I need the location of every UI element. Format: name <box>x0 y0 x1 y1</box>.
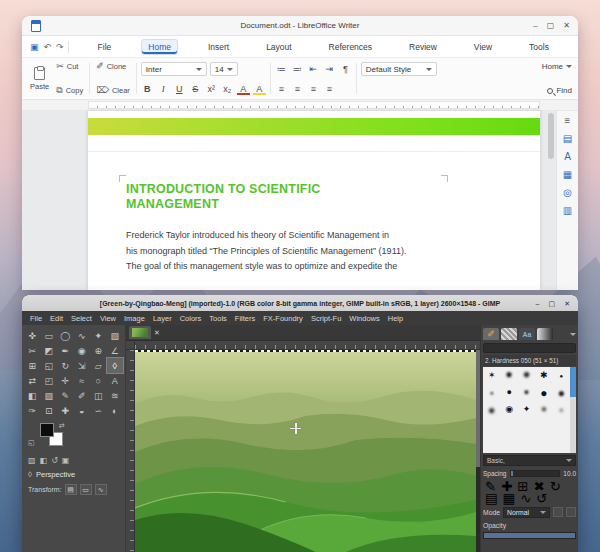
menu-item[interactable]: Colors <box>176 314 206 323</box>
scrollbar-thumb[interactable] <box>570 367 576 397</box>
transform-path-button[interactable]: ∿ <box>95 484 107 495</box>
copy-button[interactable]: ⧉ Copy <box>54 86 85 95</box>
writer-titlebar[interactable]: Document.odt - LibreOffice Writer – ▢ ✕ <box>22 16 578 36</box>
increase-indent-button[interactable]: ⇥ <box>323 62 336 75</box>
menu-item[interactable]: View <box>96 314 120 323</box>
highlight-color-button[interactable]: A <box>253 82 266 95</box>
font-name-combo[interactable]: Inter <box>141 62 207 76</box>
tool-color-picker[interactable]: ◉ <box>74 343 91 358</box>
brushes-tab[interactable]: ✐ <box>483 328 499 340</box>
tool-fuzzy-select[interactable]: ✦ <box>90 328 107 343</box>
brush-star-soft[interactable]: ✹ <box>505 371 513 380</box>
menu-item[interactable]: Script-Fu <box>307 314 345 323</box>
tool-scale[interactable]: ⇲ <box>74 358 91 373</box>
find-button[interactable]: Find <box>547 86 572 95</box>
maximize-icon[interactable]: ▢ <box>547 22 555 30</box>
tool-airbrush[interactable]: ≋ <box>107 388 124 403</box>
swap-colors-icon[interactable]: ⇄ <box>59 422 65 430</box>
close-image-icon[interactable]: ✕ <box>154 329 160 336</box>
paths-tab[interactable]: ∿ <box>520 491 531 506</box>
gradient-banner-shape[interactable] <box>88 118 540 135</box>
tool-dodge-burn[interactable]: ◐ <box>107 403 124 418</box>
numbered-list-button[interactable]: ≕ <box>291 62 304 75</box>
history-tab[interactable]: ↺ <box>536 491 547 506</box>
maximize-icon[interactable]: ▢ <box>549 300 556 307</box>
legacy-mode-toggle[interactable] <box>553 507 563 517</box>
menu-item[interactable]: Select <box>67 314 96 323</box>
brush-tag-filter[interactable]: Basic, <box>483 455 576 466</box>
subscript-button[interactable]: x₂ <box>221 82 234 95</box>
brush-dot-soft[interactable]: ● <box>490 390 494 396</box>
tool-eraser[interactable]: ◫ <box>90 388 107 403</box>
tool-scissors-select[interactable]: ✂ <box>24 343 41 358</box>
gallery-icon[interactable]: ▦ <box>563 170 572 180</box>
tool-smudge[interactable]: ∽ <box>90 403 107 418</box>
transform-selection-button[interactable]: ▭ <box>80 484 92 495</box>
tool-foreground-select[interactable]: ◩ <box>41 343 58 358</box>
canvas-image[interactable] <box>135 352 476 552</box>
styles-icon[interactable]: A <box>564 152 571 162</box>
image-tab[interactable] <box>129 326 151 339</box>
sidebar-settings-icon[interactable]: ≡ <box>565 116 571 126</box>
document-body[interactable]: Frederick Taylor introduced his theory o… <box>126 228 466 275</box>
navigator-icon[interactable]: ◎ <box>563 188 572 198</box>
close-icon[interactable]: ✕ <box>564 300 570 307</box>
tool-paintbrush[interactable]: ✐ <box>74 388 91 403</box>
italic-button[interactable]: I <box>157 82 170 95</box>
menu-item[interactable]: Tools <box>205 314 231 323</box>
tool-ellipse-select[interactable]: ◯ <box>57 328 74 343</box>
tool-cage-transform[interactable]: ○ <box>90 373 107 388</box>
brush-round-big[interactable]: ● <box>540 387 547 399</box>
default-colors-icon[interactable]: ◱ <box>28 439 35 447</box>
ribbon-tab[interactable]: Layout <box>259 39 299 55</box>
bullet-list-button[interactable]: ≔ <box>275 62 288 75</box>
font-color-button[interactable]: A <box>237 82 250 95</box>
paragraph-style-combo[interactable]: Default Style <box>361 62 437 76</box>
brush-star[interactable]: ✶ <box>488 371 496 380</box>
brush-round-big-soft[interactable]: ● <box>558 387 565 399</box>
brush-ring[interactable]: ◉ <box>505 405 513 414</box>
tool-rotate[interactable]: ↻ <box>57 358 74 373</box>
paste-button[interactable]: Paste <box>26 60 53 97</box>
images-tab[interactable]: ▣ <box>62 456 70 465</box>
tool-crop[interactable]: ◱ <box>41 358 58 373</box>
menu-item[interactable]: Layer <box>149 314 176 323</box>
brush-round-soft[interactable]: ● <box>524 388 529 397</box>
minimize-icon[interactable]: – <box>536 300 540 307</box>
menu-item[interactable]: Edit <box>46 314 67 323</box>
brush-filter-input[interactable] <box>483 343 576 353</box>
undo-history-tab[interactable]: ↺ <box>51 456 58 465</box>
mode-menu-button[interactable] <box>566 507 576 517</box>
opacity-slider[interactable] <box>483 532 576 539</box>
cut-button[interactable]: ✂ Cut <box>54 62 85 71</box>
tool-heal[interactable]: ✚ <box>57 403 74 418</box>
gimp-titlebar[interactable]: [Green-by-Qingbao-Meng] (imported)-1.0 (… <box>22 295 578 311</box>
tool-free-select[interactable]: ∿ <box>74 328 91 343</box>
align-right-button[interactable]: ≡ <box>307 82 320 95</box>
tool-options-tab[interactable]: ▧ <box>28 456 36 465</box>
vertical-scrollbar[interactable] <box>548 113 554 283</box>
layer-mode-combo[interactable]: Normal <box>503 507 550 518</box>
ribbon-tab[interactable]: Review <box>402 39 444 55</box>
brush-round[interactable]: ● <box>506 388 511 397</box>
tool-blur-sharpen[interactable]: ◒ <box>74 403 91 418</box>
ribbon-tab[interactable]: References <box>322 39 379 55</box>
strikethrough-button[interactable]: S <box>189 82 202 95</box>
menu-item[interactable]: Help <box>384 314 407 323</box>
underline-button[interactable]: U <box>173 82 186 95</box>
channels-tab[interactable]: ▦ <box>503 491 516 506</box>
tool-rect-select[interactable]: ▭ <box>41 328 58 343</box>
decrease-indent-button[interactable]: ⇤ <box>307 62 320 75</box>
tool-align[interactable]: ⊞ <box>24 358 41 373</box>
document-heading[interactable]: INTRODUCTION TO SCIENTIFIC MANAGEMENT <box>126 182 321 212</box>
save-icon[interactable]: ▣ <box>30 42 39 52</box>
close-icon[interactable]: ✕ <box>563 22 570 30</box>
properties-icon[interactable]: ▤ <box>563 134 572 144</box>
tool-flip[interactable]: ⇄ <box>24 373 41 388</box>
align-center-button[interactable]: ≡ <box>291 82 304 95</box>
scrollbar-thumb[interactable] <box>476 350 480 467</box>
device-status-tab[interactable]: ◧ <box>40 456 48 465</box>
spacing-slider[interactable] <box>510 470 561 477</box>
foreground-color-swatch[interactable] <box>40 423 54 437</box>
brush-dot[interactable]: ● <box>559 373 563 379</box>
